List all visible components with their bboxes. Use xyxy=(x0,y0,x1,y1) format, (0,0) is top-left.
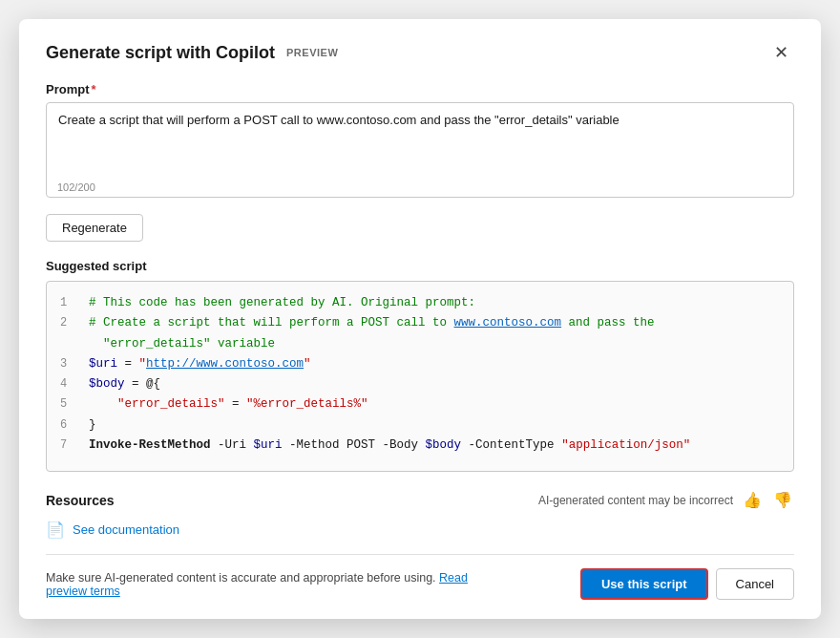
prompt-label: Prompt* xyxy=(46,82,794,96)
contoso-link-1[interactable]: www.contoso.com xyxy=(454,316,562,330)
code-line-6: 6 } xyxy=(60,415,780,436)
generate-script-dialog: Generate script with Copilot PREVIEW ✕ P… xyxy=(19,19,821,619)
suggested-script-label: Suggested script xyxy=(46,259,794,273)
use-this-script-button[interactable]: Use this script xyxy=(580,568,708,600)
footer-notice: Make sure AI-generated content is accura… xyxy=(46,571,504,598)
ai-notice-row: AI-generated content may be incorrect 👍 … xyxy=(538,489,794,511)
resources-title: Resources xyxy=(46,493,115,508)
code-line-5: 5 "error_details" = "%error_details%" xyxy=(60,394,780,415)
ai-notice-text: AI-generated content may be incorrect xyxy=(538,494,733,507)
code-line-2: 2 # Create a script that will perform a … xyxy=(60,313,780,333)
thumbup-button[interactable]: 👍 xyxy=(741,489,764,511)
title-row: Generate script with Copilot PREVIEW xyxy=(46,43,338,63)
document-icon: 📄 xyxy=(46,521,65,539)
regenerate-button[interactable]: Regenerate xyxy=(46,214,143,242)
code-line-4: 4 $body = @{ xyxy=(60,374,780,394)
preview-badge: PREVIEW xyxy=(286,47,338,58)
dialog-header: Generate script with Copilot PREVIEW ✕ xyxy=(46,42,794,63)
code-line-2b: "error_details" variable xyxy=(60,334,780,354)
contoso-link-2[interactable]: http://www.contoso.com xyxy=(146,357,304,371)
required-indicator: * xyxy=(92,82,96,96)
see-documentation-link[interactable]: 📄 See documentation xyxy=(46,521,794,539)
resources-section: Resources AI-generated content may be in… xyxy=(46,489,794,539)
prompt-input[interactable]: Create a script that will perform a POST… xyxy=(46,102,794,198)
code-line-7: 7 Invoke-RestMethod -Uri $uri -Method PO… xyxy=(60,436,780,456)
thumbdown-button[interactable]: 👎 xyxy=(771,489,794,511)
code-line-3: 3 $uri = "http://www.contoso.com" xyxy=(60,354,780,374)
dialog-footer: Make sure AI-generated content is accura… xyxy=(46,554,794,600)
resources-header: Resources AI-generated content may be in… xyxy=(46,489,794,511)
cancel-button[interactable]: Cancel xyxy=(716,568,794,600)
close-button[interactable]: ✕ xyxy=(768,42,794,63)
footer-buttons: Use this script Cancel xyxy=(580,568,794,600)
code-box: 1 # This code has been generated by AI. … xyxy=(46,281,794,472)
prompt-wrapper: Create a script that will perform a POST… xyxy=(46,102,794,201)
code-line-1: 1 # This code has been generated by AI. … xyxy=(60,293,780,313)
dialog-title: Generate script with Copilot xyxy=(46,43,275,63)
